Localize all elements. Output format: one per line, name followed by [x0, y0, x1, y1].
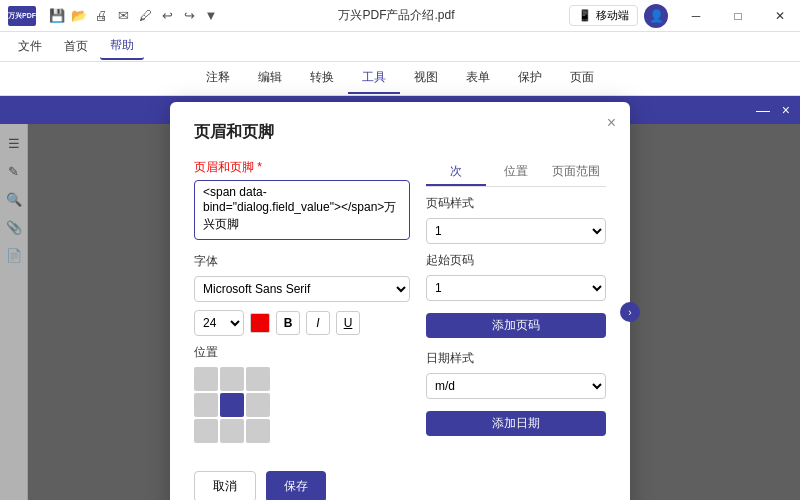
page-num-style-select[interactable]: 1: [426, 218, 606, 244]
cancel-btn[interactable]: 取消: [194, 471, 256, 500]
font-row: 字体: [194, 253, 410, 270]
color-picker[interactable]: [250, 313, 270, 333]
date-style-label: 日期样式: [426, 350, 606, 367]
tab-protect[interactable]: 保护: [504, 63, 556, 94]
dropdown-icon[interactable]: ▼: [202, 7, 220, 25]
right-tabs: 次 位置 页面范围: [426, 159, 606, 187]
add-page-num-btn[interactable]: 添加页码: [426, 313, 606, 338]
menubar: 文件 首页 帮助: [0, 32, 800, 62]
pos-bot-left[interactable]: [194, 419, 218, 443]
mobile-icon: 📱: [578, 9, 592, 22]
dialog-right-col: 次 位置 页面范围 页码样式 1 起始页码: [426, 159, 606, 451]
start-page-label: 起始页码: [426, 252, 606, 269]
redo-icon[interactable]: ↪: [180, 7, 198, 25]
file-title: 万兴PDF产品介绍.pdf: [224, 7, 569, 24]
toolbar-tools: 💾 📂 🖨 ✉ 🖊 ↩ ↪ ▼: [44, 7, 224, 25]
date-style-select[interactable]: m/d: [426, 373, 606, 399]
pos-top-left[interactable]: [194, 367, 218, 391]
app-logo: 万兴PDF: [0, 6, 44, 26]
tab-form[interactable]: 表单: [452, 63, 504, 94]
mobile-label: 移动端: [596, 8, 629, 23]
notif-dash[interactable]: —: [756, 102, 770, 118]
underline-btn[interactable]: U: [336, 311, 360, 335]
mobile-btn[interactable]: 📱 移动端: [569, 5, 638, 26]
italic-btn[interactable]: I: [306, 311, 330, 335]
close-btn[interactable]: ✕: [760, 0, 800, 32]
header-footer-dialog: × 页眉和页脚 页眉和页脚 * <span data-bind="dialog.…: [170, 102, 630, 500]
titlebar: 万兴PDF 💾 📂 🖨 ✉ 🖊 ↩ ↪ ▼ 万兴PDF产品介绍.pdf 📱 移动…: [0, 0, 800, 32]
maximize-btn[interactable]: □: [718, 0, 758, 32]
add-date-btn[interactable]: 添加日期: [426, 411, 606, 436]
position-label: 位置: [194, 344, 410, 361]
dialog-title: 页眉和页脚: [194, 122, 606, 143]
notif-close[interactable]: ×: [782, 102, 790, 118]
dialog-footer: 取消 保存: [194, 471, 606, 500]
font-select[interactable]: Microsoft Sans Serif: [194, 276, 410, 302]
position-grid: [194, 367, 410, 443]
undo-icon[interactable]: ↩: [158, 7, 176, 25]
bold-btn[interactable]: B: [276, 311, 300, 335]
email-icon[interactable]: ✉: [114, 7, 132, 25]
pos-bot-center[interactable]: [220, 419, 244, 443]
tab-page[interactable]: 页面: [556, 63, 608, 94]
dialog-close-btn[interactable]: ×: [607, 114, 616, 132]
pos-mid-center[interactable]: [220, 393, 244, 417]
tab-page-range[interactable]: 页面范围: [546, 159, 606, 186]
tab-tools[interactable]: 工具: [348, 63, 400, 94]
header-footer-input[interactable]: <span data-bind="dialog.field_value"></s…: [194, 180, 410, 240]
expand-toggle[interactable]: ›: [620, 302, 640, 322]
date-style-row: m/d: [426, 373, 606, 399]
print-icon[interactable]: 🖨: [92, 7, 110, 25]
start-page-row: 1: [426, 275, 606, 301]
dialog-overlay: × 页眉和页脚 页眉和页脚 * <span data-bind="dialog.…: [0, 124, 800, 500]
pos-bot-right[interactable]: [246, 419, 270, 443]
pos-top-right[interactable]: [246, 367, 270, 391]
save-icon[interactable]: 💾: [48, 7, 66, 25]
tab-next[interactable]: 次: [426, 159, 486, 186]
pen-icon[interactable]: 🖊: [136, 7, 154, 25]
save-btn[interactable]: 保存: [266, 471, 326, 500]
logo-text: 万兴PDF: [8, 11, 36, 21]
avatar[interactable]: 👤: [644, 4, 668, 28]
tab-position[interactable]: 位置: [486, 159, 546, 186]
dialog-left-col: 页眉和页脚 * <span data-bind="dialog.field_va…: [194, 159, 410, 451]
tab-edit[interactable]: 编辑: [244, 63, 296, 94]
minimize-btn[interactable]: ─: [676, 0, 716, 32]
start-page-select[interactable]: 1: [426, 275, 606, 301]
tab-convert[interactable]: 转换: [296, 63, 348, 94]
page-num-style-row: 1: [426, 218, 606, 244]
menu-help[interactable]: 帮助: [100, 33, 144, 60]
open-icon[interactable]: 📂: [70, 7, 88, 25]
dialog-body: 页眉和页脚 * <span data-bind="dialog.field_va…: [194, 159, 606, 451]
titlebar-right: 📱 移动端 👤: [569, 4, 676, 28]
tab-view[interactable]: 视图: [400, 63, 452, 94]
menu-file[interactable]: 文件: [8, 34, 52, 59]
pos-mid-right[interactable]: [246, 393, 270, 417]
menu-home[interactable]: 首页: [54, 34, 98, 59]
pos-mid-left[interactable]: [194, 393, 218, 417]
font-label: 字体: [194, 253, 218, 270]
main-area: ☰ ✎ 🔍 📎 📄 × 页眉和页脚 页眉和页脚 *: [0, 124, 800, 500]
window-controls: ─ □ ✕: [676, 0, 800, 32]
pos-top-center[interactable]: [220, 367, 244, 391]
field-label: 页眉和页脚 *: [194, 159, 410, 176]
page-num-style-label: 页码样式: [426, 195, 606, 212]
toolbar: 注释 编辑 转换 工具 视图 表单 保护 页面: [0, 62, 800, 96]
tab-annotate[interactable]: 注释: [192, 63, 244, 94]
font-size-select[interactable]: 24: [194, 310, 244, 336]
logo-icon: 万兴PDF: [8, 6, 36, 26]
